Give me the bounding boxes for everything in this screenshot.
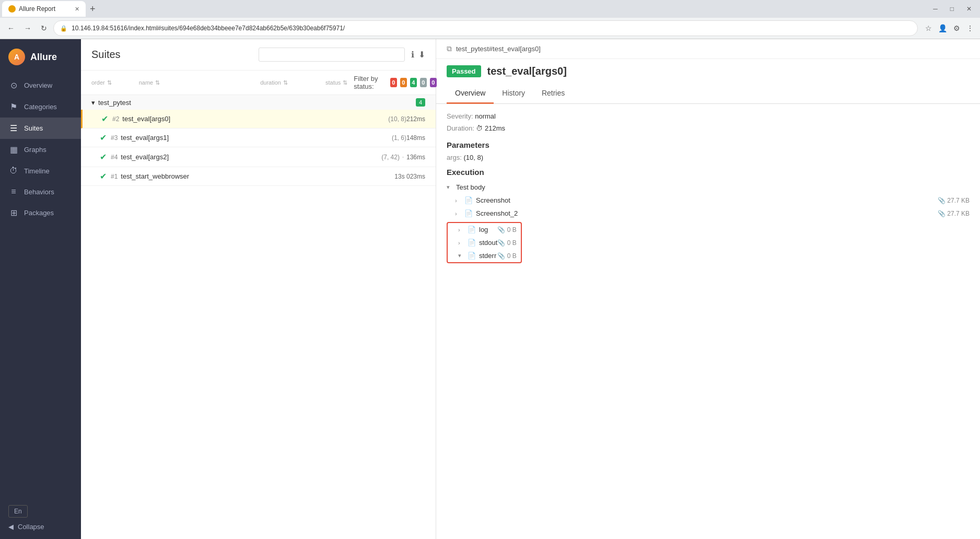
minimize-button[interactable]: ─ xyxy=(927,0,944,18)
url-bar[interactable]: 🔒 10.146.19.84:51616/index.html#suites/6… xyxy=(53,20,918,36)
file-icon: 📄 xyxy=(464,196,473,204)
attachment-screenshot[interactable]: › 📄 Screenshot 📎 27.7 KB xyxy=(455,194,970,207)
sidebar-bottom: En ◀ Collapse xyxy=(0,497,81,539)
chevron-icon: › xyxy=(455,197,462,204)
stdout-item[interactable]: › 📄 stdout 📎 0 B xyxy=(448,236,521,249)
test-params: (1, 6) xyxy=(392,134,406,142)
suite-count-badge: 4 xyxy=(416,98,425,107)
sidebar-item-suites[interactable]: ☰ Suites xyxy=(0,118,81,139)
test-pass-icon: ✔ xyxy=(101,114,108,124)
timeline-icon: ⏱ xyxy=(8,166,19,175)
suites-icons: ℹ ⬇ xyxy=(411,50,425,60)
duration-icon: ⏱ xyxy=(476,124,485,132)
detail-title-row: Passed test_eval[args0] xyxy=(436,59,980,84)
status-badge-broken[interactable]: 0 xyxy=(400,78,407,87)
graphs-icon: ▦ xyxy=(8,145,19,155)
app: A Allure ⊙ Overview ⚑ Categories ☰ Suite… xyxy=(0,39,980,539)
duration-filter[interactable]: duration ⇅ xyxy=(260,79,288,86)
detail-test-name: test_eval[args0] xyxy=(487,65,567,77)
severity-row: Severity: normal xyxy=(447,112,970,120)
test-body-header[interactable]: ▾ Test body xyxy=(447,181,970,194)
suites-search-input[interactable] xyxy=(259,48,405,62)
stderr-item[interactable]: ▾ 📄 stderr 📎 0 B xyxy=(448,249,521,262)
back-button[interactable]: ← xyxy=(4,22,18,34)
detail-content: Severity: normal Duration: ⏱ 212ms Param… xyxy=(436,104,980,539)
status-filter[interactable]: status ⇅ xyxy=(325,79,347,86)
collapse-button[interactable]: ◀ Collapse xyxy=(8,523,73,531)
url-text: 10.146.19.84:51616/index.html#suites/694… xyxy=(72,25,345,32)
args-value: (10, 8) xyxy=(464,154,484,161)
packages-icon: ⊞ xyxy=(8,208,19,218)
suite-group-name: test_pytest xyxy=(98,99,416,107)
sidebar-item-label: Behaviors xyxy=(24,188,54,196)
test-row[interactable]: ✔ #4 test_eval[args2] (7, 42) · 136ms xyxy=(81,147,436,167)
sidebar-item-overview[interactable]: ⊙ Overview xyxy=(0,75,81,96)
log-item[interactable]: › 📄 log 📎 0 B xyxy=(448,223,521,236)
stderr-size: 📎 0 B xyxy=(497,252,516,260)
order-label: order xyxy=(91,79,105,86)
download-button[interactable]: ⬇ xyxy=(418,50,425,60)
sidebar-item-behaviors[interactable]: ≡ Behaviors xyxy=(0,181,81,202)
tab-overview[interactable]: Overview xyxy=(447,84,494,104)
test-num: #1 xyxy=(111,173,118,180)
extensions-button[interactable]: ⚙ xyxy=(951,22,962,34)
file-icon: 📄 xyxy=(468,239,476,247)
tab-close-btn[interactable]: ✕ xyxy=(75,6,79,13)
suites-icon: ☰ xyxy=(8,123,19,133)
sidebar-item-graphs[interactable]: ▦ Graphs xyxy=(0,139,81,160)
logo-icon: A xyxy=(8,49,25,65)
forward-button[interactable]: → xyxy=(21,22,34,34)
tab-title: Allure Report xyxy=(19,5,55,13)
test-row[interactable]: ✔ #1 test_start_webbrowser 13s 023ms xyxy=(81,167,436,186)
test-num: #3 xyxy=(111,134,118,142)
profile-button[interactable]: 👤 xyxy=(936,22,949,34)
suite-group-header[interactable]: ▾ test_pytest 4 xyxy=(81,95,436,110)
new-tab-button[interactable]: + xyxy=(88,2,98,17)
filter-by-status: Filter by status: 0 0 4 0 0 xyxy=(354,75,436,90)
sidebar-item-label: Overview xyxy=(24,81,52,89)
attachment-screenshot2[interactable]: › 📄 Screenshot_2 📎 27.7 KB xyxy=(455,207,970,220)
maximize-button[interactable]: □ xyxy=(944,0,960,18)
status-badge-skipped[interactable]: 0 xyxy=(420,78,427,87)
attachment-name: Screenshot_2 xyxy=(476,209,938,217)
status-badge-failed[interactable]: 0 xyxy=(390,78,397,87)
lock-icon: 🔒 xyxy=(60,25,67,32)
test-row[interactable]: ✔ #3 test_eval[args1] (1, 6) 148ms xyxy=(81,128,436,147)
order-filter[interactable]: order ⇅ xyxy=(91,79,112,86)
sidebar-item-packages[interactable]: ⊞ Packages xyxy=(0,202,81,224)
suites-panel: Suites ℹ ⬇ order ⇅ name ⇅ duration ⇅ sta… xyxy=(81,39,436,539)
duration-value: 212ms xyxy=(485,124,505,132)
sidebar-item-categories[interactable]: ⚑ Categories xyxy=(0,96,81,118)
status-badge-unknown[interactable]: 0 xyxy=(430,78,437,87)
browser-tab[interactable]: Allure Report ✕ xyxy=(2,1,86,17)
args-label: args: xyxy=(447,154,462,161)
sidebar-item-label: Packages xyxy=(24,209,54,217)
filter-by-status-label: Filter by status: xyxy=(354,75,387,90)
test-duration: 148ms xyxy=(406,134,425,142)
status-label: status xyxy=(325,79,341,86)
sidebar: A Allure ⊙ Overview ⚑ Categories ☰ Suite… xyxy=(0,39,81,539)
menu-button[interactable]: ⋮ xyxy=(964,22,976,34)
test-body-label: Test body xyxy=(456,183,485,191)
sidebar-item-label: Timeline xyxy=(24,167,50,175)
info-button[interactable]: ℹ xyxy=(411,50,414,60)
tab-retries[interactable]: Retries xyxy=(533,84,573,104)
close-button[interactable]: ✕ xyxy=(960,0,978,18)
duration-sort-icon: ⇅ xyxy=(283,79,288,86)
reload-button[interactable]: ↻ xyxy=(38,22,50,34)
sidebar-item-timeline[interactable]: ⏱ Timeline xyxy=(0,160,81,181)
filter-bar: order ⇅ name ⇅ duration ⇅ status ⇅ Filte… xyxy=(81,71,436,95)
parameters-title: Parameters xyxy=(447,140,970,149)
bookmark-button[interactable]: ☆ xyxy=(923,22,934,34)
copy-icon[interactable]: ⧉ xyxy=(447,44,452,53)
status-badge-passed[interactable]: 4 xyxy=(410,78,417,87)
categories-icon: ⚑ xyxy=(8,102,19,112)
attachment-name: Screenshot xyxy=(476,196,938,204)
language-button[interactable]: En xyxy=(8,505,28,518)
name-filter[interactable]: name ⇅ xyxy=(139,79,160,86)
tab-history[interactable]: History xyxy=(494,84,533,104)
test-name: test_eval[args0] xyxy=(122,115,385,123)
browser-actions: ☆ 👤 ⚙ ⋮ xyxy=(923,22,976,34)
test-row[interactable]: ✔ #2 test_eval[args0] (10, 8) 212ms xyxy=(81,110,436,128)
file-icon: 📄 xyxy=(468,226,476,233)
